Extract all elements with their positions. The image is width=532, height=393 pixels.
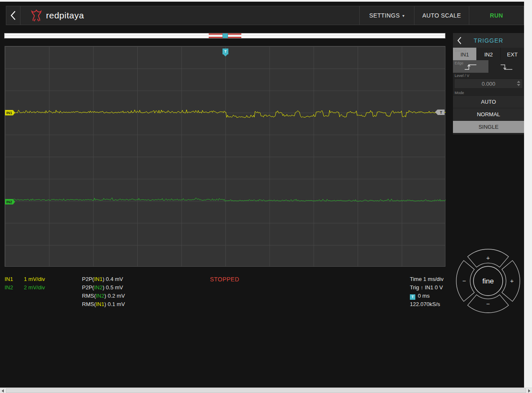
autoscale-button[interactable]: AUTO SCALE xyxy=(414,6,469,25)
run-button[interactable]: RUN xyxy=(469,6,524,25)
trigger-offset: 0 ms xyxy=(418,293,430,299)
time-per-div: Time 1 ms/div xyxy=(410,275,443,283)
scroll-right-button[interactable] xyxy=(527,388,532,393)
in1-name: IN1 xyxy=(5,275,24,283)
measurements: P2P(IN1) 0.4 mV P2P(IN2) 0.5 mV RMS(IN2)… xyxy=(82,275,125,309)
mode-single-button[interactable]: SINGLE xyxy=(453,120,524,133)
mode-normal-button[interactable]: NORMAL xyxy=(453,108,524,120)
horizontal-scrollbar[interactable] xyxy=(0,388,532,393)
sample-rate: 122.070kS/s xyxy=(410,300,443,309)
settings-label: SETTINGS xyxy=(369,12,400,19)
logo: redpitaya xyxy=(20,6,84,25)
panel-title: TRIGGER xyxy=(474,37,504,44)
back-button[interactable] xyxy=(6,6,20,25)
in1-scale-row: IN11 mV/div xyxy=(5,275,45,283)
measurement-row: RMS(IN1) 0.1 mV xyxy=(82,300,125,309)
source-label: Source xyxy=(453,48,524,53)
panel-back-icon[interactable] xyxy=(457,36,463,45)
fine-navigation-pad: fine + + − − xyxy=(454,247,522,315)
oscilloscope-graph[interactable]: T T IN1 IN2 xyxy=(5,46,445,267)
measurement-row: P2P(IN2) 0.5 mV xyxy=(82,283,125,292)
measurement-row: RMS(IN2) 0.2 mV xyxy=(82,292,125,300)
pad-minus-left: − xyxy=(463,277,466,284)
in2-scale: 2 mV/div xyxy=(24,284,45,291)
redpitaya-logo-icon xyxy=(31,9,42,22)
trace-canvas xyxy=(5,46,446,267)
trigger-level-input[interactable] xyxy=(455,81,522,87)
trigger-mode-group: AUTO NORMAL SINGLE xyxy=(453,95,524,133)
trigger-panel: TRIGGER Source IN1 IN2 EXT Edge xyxy=(453,33,524,135)
stepper-up-icon xyxy=(517,81,520,83)
scrollbar-thumb[interactable] xyxy=(6,388,526,393)
trigger-info: Trig ↑ IN1 0 V xyxy=(410,283,443,292)
time-info: Time 1 ms/div Trig ↑ IN1 0 V T0 ms 122.0… xyxy=(410,275,443,309)
in2-channel-badge[interactable]: IN2 xyxy=(5,199,15,204)
level-label: Level / V xyxy=(453,73,524,78)
in2-name: IN2 xyxy=(5,283,24,292)
logo-text: redpitaya xyxy=(46,10,84,20)
status-badge: STOPPED xyxy=(183,276,266,283)
pad-minus-bottom: − xyxy=(486,300,490,307)
header-spacer xyxy=(84,6,359,25)
channel-scales: IN11 mV/div IN22 mV/div xyxy=(5,275,45,292)
trigger-flag-icon: T xyxy=(410,294,415,300)
pad-plus-right: + xyxy=(510,277,514,284)
stepper-down-icon xyxy=(517,84,520,86)
trigger-time-marker[interactable]: T xyxy=(223,48,228,54)
level-stepper[interactable] xyxy=(517,81,520,86)
back-chevron-icon xyxy=(10,10,17,21)
trigger-offset-row: T0 ms xyxy=(410,292,443,300)
pad-plus-top: + xyxy=(486,254,490,261)
app-window: redpitaya SETTINGS ▾ AUTO SCALE RUN T T … xyxy=(0,2,524,388)
caret-down-icon: ▾ xyxy=(402,13,404,18)
settings-button[interactable]: SETTINGS ▾ xyxy=(359,6,414,25)
scroll-right-icon xyxy=(528,389,530,393)
header: redpitaya SETTINGS ▾ AUTO SCALE RUN xyxy=(6,6,524,25)
trigger-level-field xyxy=(454,79,523,89)
trigger-panel-header: TRIGGER xyxy=(453,33,524,48)
trigger-level-marker[interactable]: T xyxy=(437,110,445,115)
mode-auto-button[interactable]: AUTO xyxy=(453,95,524,108)
in2-scale-row: IN22 mV/div xyxy=(5,283,45,292)
mode-label: Mode xyxy=(453,90,524,95)
timeline-minimap[interactable] xyxy=(4,33,445,38)
scroll-left-button[interactable] xyxy=(0,388,5,393)
edge-label: Edge xyxy=(453,60,524,66)
in1-channel-badge[interactable]: IN1 xyxy=(5,110,15,115)
scroll-left-icon xyxy=(2,389,4,393)
pad-center-label: fine xyxy=(482,277,494,285)
redpitaya-oscilloscope-app: redpitaya SETTINGS ▾ AUTO SCALE RUN T T … xyxy=(0,0,532,393)
in1-scale: 1 mV/div xyxy=(24,276,45,282)
measurement-row: P2P(IN1) 0.4 mV xyxy=(82,275,125,283)
minimap-handle[interactable] xyxy=(223,33,228,38)
